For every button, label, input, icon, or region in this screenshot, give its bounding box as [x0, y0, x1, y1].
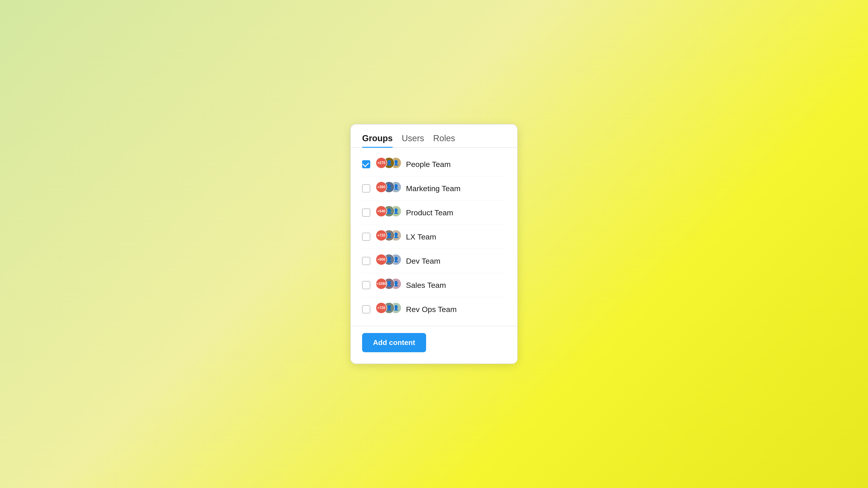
- tabs: Groups Users Roles: [351, 125, 517, 148]
- team-name-marketing: Marketing Team: [406, 184, 460, 193]
- modal: Groups Users Roles +270👤👤People Team+360…: [350, 124, 518, 364]
- list-item: +540👤👤Product Team: [362, 201, 506, 225]
- count-badge-dev: +900: [376, 254, 387, 265]
- list-item: +270👤👤People Team: [362, 152, 506, 176]
- checkbox-product[interactable]: [362, 208, 370, 217]
- tab-users[interactable]: Users: [402, 133, 424, 147]
- list-item: +360👤👤Marketing Team: [362, 176, 506, 201]
- avatar-group-lx: +720👤👤: [376, 230, 401, 244]
- count-badge-people: +270: [376, 157, 387, 168]
- team-name-lx: LX Team: [406, 232, 436, 241]
- avatar-group-revops: +720👤👤: [376, 302, 401, 316]
- avatar-group-product: +540👤👤: [376, 205, 401, 220]
- team-name-dev: Dev Team: [406, 257, 440, 265]
- team-name-sales: Sales Team: [406, 281, 446, 290]
- list-item: +900👤👤Dev Team: [362, 249, 506, 273]
- count-badge-sales: +1080: [376, 278, 387, 289]
- count-badge-lx: +720: [376, 230, 387, 241]
- checkbox-people[interactable]: [362, 160, 370, 168]
- count-badge-product: +540: [376, 205, 387, 217]
- count-badge-revops: +720: [376, 302, 387, 314]
- tab-roles[interactable]: Roles: [433, 133, 455, 147]
- avatar-group-dev: +900👤👤: [376, 254, 401, 268]
- add-content-button[interactable]: Add content: [362, 333, 426, 352]
- list-item: +1080👤👤Sales Team: [362, 273, 506, 297]
- list-item: +720👤👤LX Team: [362, 225, 506, 249]
- team-name-revops: Rev Ops Team: [406, 305, 457, 314]
- avatar-group-marketing: +360👤👤: [376, 182, 401, 195]
- checkbox-lx[interactable]: [362, 233, 370, 241]
- tab-groups[interactable]: Groups: [362, 133, 393, 147]
- list-item: +720👤👤Rev Ops Team: [362, 297, 506, 321]
- count-badge-marketing: +360: [376, 182, 387, 193]
- checkbox-sales[interactable]: [362, 281, 370, 289]
- groups-list: +270👤👤People Team+360👤👤Marketing Team+54…: [351, 148, 517, 326]
- modal-footer: Add content: [351, 326, 517, 363]
- checkbox-revops[interactable]: [362, 305, 370, 313]
- team-name-people: People Team: [406, 160, 451, 169]
- avatar-group-people: +270👤👤: [376, 157, 401, 171]
- avatar-group-sales: +1080👤👤: [376, 278, 401, 292]
- checkbox-marketing[interactable]: [362, 184, 370, 193]
- checkbox-dev[interactable]: [362, 257, 370, 265]
- team-name-product: Product Team: [406, 208, 453, 217]
